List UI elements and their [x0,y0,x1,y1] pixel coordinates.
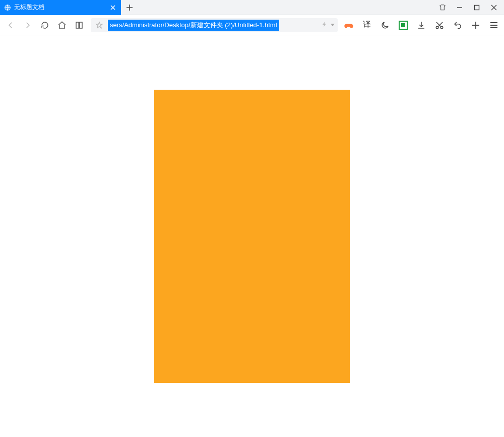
translate-button[interactable]: 译 [362,20,372,30]
orange-rectangle [154,90,350,383]
toolbar-right: 译 [344,20,499,30]
snip-button[interactable] [434,20,445,30]
new-tab-button[interactable] [121,4,138,11]
download-button[interactable] [416,20,426,30]
translate-label: 译 [363,20,371,30]
minimize-button[interactable] [452,1,468,15]
reload-button[interactable] [39,20,50,31]
address-bar[interactable]: sers/Administrator/Desktop/新建文件夹 (2)/Unt… [91,18,338,32]
reader-button[interactable] [74,20,85,31]
back-button[interactable] [5,20,16,31]
skin-button[interactable] [434,1,451,15]
tab-close-button[interactable] [109,5,117,10]
browser-tab[interactable]: 无标题文档 [0,0,121,15]
undo-button[interactable] [453,20,463,30]
home-button[interactable] [56,20,68,31]
address-text-selected[interactable]: sers/Administrator/Desktop/新建文件夹 (2)/Unt… [108,20,279,31]
address-dropdown-icon[interactable] [331,24,335,27]
toolbar: sers/Administrator/Desktop/新建文件夹 (2)/Unt… [0,15,504,35]
globe-icon [4,4,11,11]
maximize-button[interactable] [469,1,485,15]
night-mode-button[interactable] [380,20,390,30]
menu-button[interactable] [489,20,499,30]
forward-button[interactable] [22,20,33,31]
add-button[interactable] [471,20,481,30]
page-viewport [0,35,504,437]
window-controls [434,1,504,15]
title-bar: 无标题文档 [0,0,504,15]
close-window-button[interactable] [486,1,502,15]
flash-icon[interactable] [322,20,328,30]
screenshot-button[interactable] [398,20,408,30]
gamepad-icon[interactable] [344,20,354,30]
tab-title: 无标题文档 [14,3,106,12]
screenshot-icon [399,21,408,30]
svg-rect-1 [475,5,479,10]
favorite-icon[interactable] [94,20,105,31]
